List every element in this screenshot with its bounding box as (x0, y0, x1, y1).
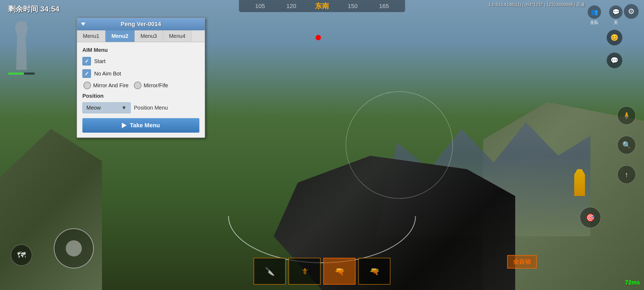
dropdown-value: Meow (86, 105, 101, 111)
start-label: Start (94, 58, 105, 64)
game-timer: 剩余时间 34:54 (8, 4, 59, 14)
joystick-knob[interactable] (66, 240, 82, 256)
settings-gear-icon[interactable]: ⚙ (624, 4, 639, 19)
panel-dropdown-arrow-icon (81, 23, 85, 26)
no-aimbot-label: No Aim Bot (94, 71, 121, 77)
compass-mark-4: 165 (368, 3, 400, 10)
tab-menu1[interactable]: Menu1 (77, 30, 105, 42)
enemy-indicator (316, 35, 321, 40)
health-fill (8, 73, 24, 75)
position-section-label: Position (82, 93, 199, 99)
start-checkbox[interactable]: ✓ (82, 57, 91, 66)
radio-options-row: Mirror And Fire Mirror/Fife (83, 82, 199, 89)
tab-menu3[interactable]: Menu3 (135, 30, 163, 42)
right-side-hud-icons: 😊 💬 (606, 30, 623, 68)
play-triangle-icon (122, 123, 127, 128)
emote-icon[interactable]: 😊 (606, 30, 623, 46)
chat-icon-item[interactable]: 💬 关 (609, 5, 623, 26)
dropdown-arrow-icon: ▼ (119, 105, 127, 111)
health-bar (8, 73, 35, 75)
tab-menu2[interactable]: Menu2 (105, 30, 134, 42)
no-aimbot-checkmark-icon: ✓ (85, 70, 89, 77)
terrain-left (0, 129, 102, 290)
crouch-icon[interactable]: 🧍 (617, 106, 636, 125)
start-checkmark-icon: ✓ (85, 58, 89, 64)
no-aimbot-checkbox[interactable]: ✓ (82, 69, 91, 78)
weapon-slot-3-active[interactable]: 🔫 (323, 258, 356, 285)
compass-direction: 东南 (307, 1, 337, 11)
mirror-fife-label: Mirror/Fife (144, 82, 168, 89)
ammo-mode-display: 全自动 (507, 255, 537, 269)
weapon-slot-4[interactable]: 🔫 (358, 258, 390, 285)
top-icons-area: 👥 全队 💬 关 (588, 5, 623, 26)
mirror-fire-radio-item[interactable]: Mirror And Fire (83, 82, 129, 89)
chat-toggle-label: 关 (614, 20, 618, 26)
map-icon[interactable]: 🗺 (11, 244, 32, 266)
scope-aim-icon[interactable]: 🎯 (580, 207, 601, 228)
team-icon[interactable]: 👥 (588, 5, 601, 19)
take-menu-label: Take Menu (130, 122, 160, 129)
position-dropdown[interactable]: Meow ▼ (82, 102, 131, 113)
combat-icons-right: 🧍 🔍 ↑ (617, 106, 636, 184)
weapon-slot-1[interactable]: 🔪 (254, 258, 286, 285)
scope-circle (346, 91, 453, 199)
tab-bar: Menu1 Menu2 Menu3 Menu4 (77, 30, 205, 42)
team-label: 全队 (590, 20, 599, 26)
position-dropdown-row: Meow ▼ Position Menu (82, 102, 199, 113)
mirror-fire-label: Mirror And Fire (93, 82, 129, 89)
panel-header[interactable]: Peng Ver-0014 (77, 18, 205, 30)
panel-title: Peng Ver-0014 (121, 21, 161, 28)
mirror-fife-radio-item[interactable]: Mirror/Fife (134, 82, 168, 89)
message-icon[interactable]: 💬 (606, 52, 623, 68)
tab-menu4[interactable]: Menu4 (163, 30, 192, 42)
compass-mark-3: 150 (337, 3, 368, 10)
mirror-fire-radio-circle[interactable] (83, 82, 91, 89)
mirror-fife-radio-circle[interactable] (134, 82, 141, 89)
no-aimbot-checkbox-row: ✓ No Aim Bot (82, 69, 199, 78)
joystick[interactable] (54, 228, 94, 269)
compass-bar: 105 120 东南 150 165 (239, 0, 405, 12)
server-info: 1.0.613.4148(11) | 091*1237 | 1232380989… (489, 2, 585, 8)
team-icon-item[interactable]: 👥 全队 (588, 5, 601, 26)
start-checkbox-row: ✓ Start (82, 57, 199, 66)
panel-body: AIM Menu ✓ Start ✓ No Aim Bot Mirror And… (77, 42, 205, 137)
weapon-slots: 🔪 🗡 🔫 🔫 (254, 258, 390, 285)
jump-icon[interactable]: ↑ (617, 165, 636, 184)
position-menu-label: Position Menu (134, 105, 168, 111)
chat-toggle-icon[interactable]: 💬 (609, 5, 623, 19)
bullet-indicator (574, 169, 585, 196)
take-menu-button[interactable]: Take Menu (82, 118, 199, 133)
cheat-menu-panel: Peng Ver-0014 Menu1 Menu2 Menu3 Menu4 AI… (76, 17, 205, 138)
compass-mark-2: 120 (276, 3, 307, 10)
aim-menu-section-title: AIM Menu (82, 47, 199, 53)
compass-mark-1: 105 (244, 3, 276, 10)
prone-icon[interactable]: 🔍 (617, 136, 636, 154)
ping-display: 72ms (625, 279, 640, 286)
weapon-slot-2[interactable]: 🗡 (288, 258, 321, 285)
